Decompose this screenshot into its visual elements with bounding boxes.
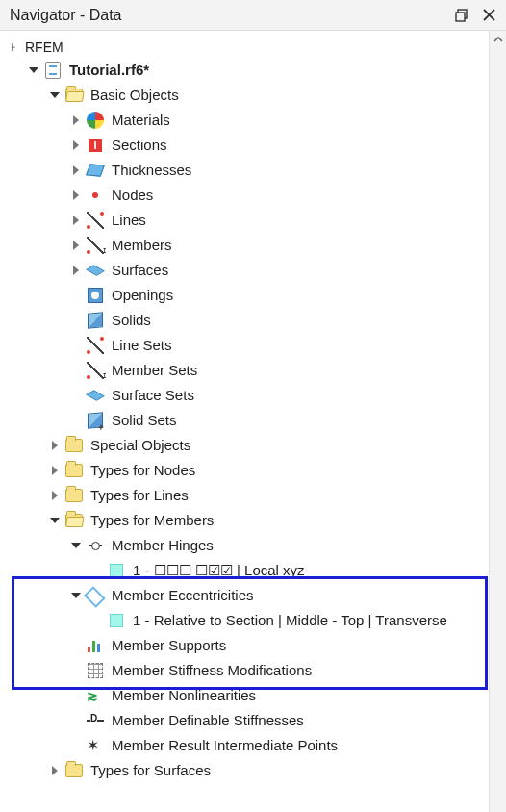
members-icon (85, 235, 106, 256)
tree-label: Member Definable Stiffnesses (110, 712, 304, 729)
thicknesses-icon (85, 160, 106, 181)
folder-icon (63, 435, 85, 456)
tree-item-special-objects[interactable]: Special Objects (4, 433, 489, 458)
restore-icon[interactable] (450, 4, 473, 27)
chevron-right-icon[interactable] (67, 262, 85, 279)
tree-label: Member Supports (110, 637, 226, 654)
tree-label: Member Nonlinearities (110, 687, 256, 704)
tree-label: Surfaces (110, 262, 168, 279)
chevron-right-icon[interactable] (67, 137, 85, 154)
close-icon[interactable] (477, 4, 500, 27)
tree-label: Types for Lines (89, 487, 189, 504)
tree-item-eccentricity-1[interactable]: 1 - Relative to Section | Middle - Top |… (4, 608, 489, 633)
tree-label: 1 - ☐☐☐ ☐☑☑ | Local xyz (131, 562, 305, 579)
solid-sets-icon (85, 410, 106, 431)
tree-label: 1 - Relative to Section | Middle - Top |… (131, 612, 447, 629)
tree-item-lines[interactable]: Lines (4, 208, 489, 233)
tree-view[interactable]: ⊦ RFEM Tutorial.rf6* Basic Objects (0, 31, 489, 812)
tree-item-types-surfaces[interactable]: Types for Surfaces (4, 758, 489, 783)
chevron-down-icon[interactable] (46, 512, 63, 529)
folder-open-icon (63, 85, 85, 106)
tree-item-types-members[interactable]: Types for Members (4, 508, 489, 533)
file-label: Tutorial.rf6* (67, 62, 149, 79)
line-sets-icon (85, 335, 106, 356)
tree-item-member-hinges[interactable]: Member Hinges (4, 533, 489, 558)
chevron-down-icon[interactable] (67, 537, 85, 554)
tree-item-definable-stiff[interactable]: Member Definable Stiffnesses (4, 708, 489, 733)
tree-label: Member Eccentricities (110, 587, 254, 604)
tree-label: Member Sets (110, 362, 197, 379)
sections-icon (85, 135, 106, 156)
chevron-right-icon[interactable] (67, 187, 85, 204)
tree-label: Thicknesses (110, 162, 191, 179)
tree-item-surface-sets[interactable]: Surface Sets (4, 383, 489, 408)
tree-label: Types for Members (89, 512, 214, 529)
hinge-icon (85, 535, 106, 556)
tree-label: Special Objects (89, 437, 190, 454)
tree-label: Sections (110, 137, 167, 154)
tree-item-result-points[interactable]: Member Result Intermediate Points (4, 733, 489, 758)
tree-item-solids[interactable]: Solids (4, 308, 489, 333)
app-root-row[interactable]: ⊦ RFEM (4, 37, 489, 58)
tree-item-surfaces[interactable]: Surfaces (4, 258, 489, 283)
tree-label: Member Hinges (110, 537, 214, 554)
tree-label: Lines (110, 212, 146, 229)
tree-item-member-supports[interactable]: Member Supports (4, 633, 489, 658)
tree-item-member-eccentricities[interactable]: Member Eccentricities (4, 583, 489, 608)
tree-label: Solid Sets (110, 412, 177, 429)
scroll-up-icon[interactable] (490, 31, 507, 48)
tree-label: Member Result Intermediate Points (110, 737, 338, 754)
tree-label: Types for Nodes (89, 462, 195, 479)
vertical-scrollbar[interactable] (489, 31, 506, 812)
tree-item-stiffness-mod[interactable]: Member Stiffness Modifications (4, 658, 489, 683)
chevron-right-icon[interactable] (46, 462, 63, 479)
tree-item-types-nodes[interactable]: Types for Nodes (4, 458, 489, 483)
member-sets-icon (85, 360, 106, 381)
chevron-down-icon[interactable] (46, 87, 63, 104)
chevron-down-icon[interactable] (67, 587, 85, 604)
openings-icon (85, 285, 106, 306)
supports-icon (85, 635, 106, 656)
expand-icon[interactable]: ⊦ (8, 41, 19, 53)
folder-icon (63, 485, 85, 506)
tree-item-solid-sets[interactable]: Solid Sets (4, 408, 489, 433)
tree-item-thicknesses[interactable]: Thicknesses (4, 158, 489, 183)
solids-icon (85, 310, 106, 331)
tree-item-materials[interactable]: Materials (4, 108, 489, 133)
tree-label: Member Stiffness Modifications (110, 662, 312, 679)
tree-label: Solids (110, 312, 151, 329)
folder-icon (63, 760, 85, 781)
tree-item-types-lines[interactable]: Types for Lines (4, 483, 489, 508)
tree-item-basic-objects[interactable]: Basic Objects (4, 83, 489, 108)
surfaces-icon (85, 260, 106, 281)
chevron-right-icon[interactable] (67, 237, 85, 254)
chevron-right-icon[interactable] (46, 487, 63, 504)
tree-label: Nodes (110, 187, 153, 204)
chevron-right-icon[interactable] (46, 437, 63, 454)
chevron-right-icon[interactable] (67, 212, 85, 229)
nodes-icon (85, 185, 106, 206)
tree-item-member-sets[interactable]: Member Sets (4, 358, 489, 383)
chevron-right-icon[interactable] (67, 112, 85, 129)
grid-icon (85, 660, 106, 681)
chevron-right-icon[interactable] (67, 162, 85, 179)
tree-label: Surface Sets (110, 387, 194, 404)
svg-rect-1 (456, 13, 465, 21)
tree-item-hinge-1[interactable]: 1 - ☐☐☐ ☐☑☑ | Local xyz (4, 558, 489, 583)
tree-item-members[interactable]: Members (4, 233, 489, 258)
tree-label: Openings (110, 287, 173, 304)
nonlinear-icon (85, 685, 106, 706)
chevron-right-icon[interactable] (46, 762, 63, 779)
tree-label: Types for Surfaces (89, 762, 211, 779)
titlebar: Navigator - Data (0, 0, 506, 31)
swatch-icon (106, 610, 127, 631)
tree-item-sections[interactable]: Sections (4, 133, 489, 158)
tree-item-nonlinearities[interactable]: Member Nonlinearities (4, 683, 489, 708)
tree-item-nodes[interactable]: Nodes (4, 183, 489, 208)
folder-icon (63, 460, 85, 481)
tree-item-line-sets[interactable]: Line Sets (4, 333, 489, 358)
tree-item-file[interactable]: Tutorial.rf6* (4, 58, 489, 83)
definable-icon (85, 710, 106, 731)
tree-item-openings[interactable]: Openings (4, 283, 489, 308)
chevron-down-icon[interactable] (25, 62, 42, 79)
